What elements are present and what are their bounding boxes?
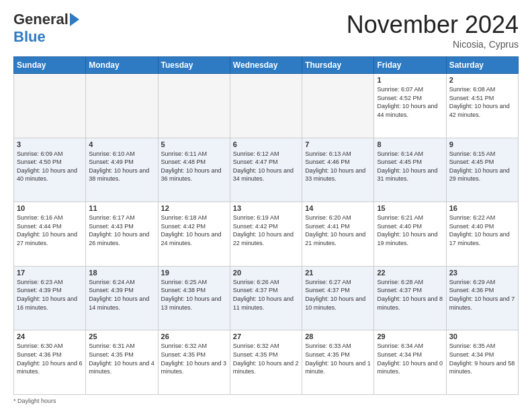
day-number: 10 <box>17 204 83 212</box>
calendar-cell: 21Sunrise: 6:27 AMSunset: 4:37 PMDayligh… <box>302 266 374 330</box>
week-row-2: 3Sunrise: 6:09 AMSunset: 4:50 PMDaylight… <box>14 138 519 202</box>
day-info: Sunrise: 6:20 AMSunset: 4:41 PMDaylight:… <box>305 214 371 247</box>
day-info: Sunrise: 6:14 AMSunset: 4:45 PMDaylight:… <box>377 150 443 183</box>
col-header-sunday: Sunday <box>14 57 86 74</box>
week-row-5: 24Sunrise: 6:30 AMSunset: 4:36 PMDayligh… <box>14 330 519 395</box>
calendar-cell <box>14 74 86 138</box>
day-info: Sunrise: 6:13 AMSunset: 4:46 PMDaylight:… <box>305 150 371 183</box>
day-info: Sunrise: 6:08 AMSunset: 4:51 PMDaylight:… <box>449 85 515 119</box>
logo: General Blue <box>13 11 79 46</box>
calendar-cell: 18Sunrise: 6:24 AMSunset: 4:39 PMDayligh… <box>86 266 158 330</box>
calendar-cell: 27Sunrise: 6:32 AMSunset: 4:35 PMDayligh… <box>230 330 302 395</box>
col-header-tuesday: Tuesday <box>158 57 230 74</box>
day-number: 12 <box>161 204 227 212</box>
calendar-cell: 2Sunrise: 6:08 AMSunset: 4:51 PMDaylight… <box>446 74 518 138</box>
page: General Blue November 2024 Nicosia, Cypr… <box>0 0 532 411</box>
day-headers-row: SundayMondayTuesdayWednesdayThursdayFrid… <box>14 57 519 74</box>
day-number: 24 <box>17 332 83 340</box>
day-info: Sunrise: 6:24 AMSunset: 4:39 PMDaylight:… <box>89 278 154 312</box>
daylight-label: Daylight hours <box>17 398 56 404</box>
col-header-friday: Friday <box>374 57 446 74</box>
day-number: 2 <box>449 76 515 84</box>
day-number: 16 <box>449 204 515 212</box>
day-info: Sunrise: 6:31 AMSunset: 4:35 PMDaylight:… <box>89 342 154 375</box>
day-info: Sunrise: 6:26 AMSunset: 4:37 PMDaylight:… <box>233 278 299 312</box>
day-info: Sunrise: 6:07 AMSunset: 4:52 PMDaylight:… <box>377 85 443 119</box>
day-number: 21 <box>305 269 371 277</box>
day-number: 5 <box>161 140 227 148</box>
calendar-cell: 6Sunrise: 6:12 AMSunset: 4:47 PMDaylight… <box>230 138 302 202</box>
calendar-cell: 25Sunrise: 6:31 AMSunset: 4:35 PMDayligh… <box>86 330 158 395</box>
calendar-cell: 7Sunrise: 6:13 AMSunset: 4:46 PMDaylight… <box>302 138 374 202</box>
calendar-cell: 24Sunrise: 6:30 AMSunset: 4:36 PMDayligh… <box>14 330 86 395</box>
week-row-3: 10Sunrise: 6:16 AMSunset: 4:44 PMDayligh… <box>14 202 519 267</box>
day-info: Sunrise: 6:12 AMSunset: 4:47 PMDaylight:… <box>233 150 299 183</box>
col-header-saturday: Saturday <box>446 57 518 74</box>
day-info: Sunrise: 6:17 AMSunset: 4:43 PMDaylight:… <box>89 214 154 247</box>
day-info: Sunrise: 6:21 AMSunset: 4:40 PMDaylight:… <box>377 214 443 247</box>
logo-arrow-icon <box>70 13 79 26</box>
calendar-cell: 11Sunrise: 6:17 AMSunset: 4:43 PMDayligh… <box>86 202 158 267</box>
logo-blue: Blue <box>13 28 46 45</box>
footer-note: * Daylight hours <box>13 398 519 404</box>
day-info: Sunrise: 6:11 AMSunset: 4:48 PMDaylight:… <box>161 150 227 183</box>
calendar-cell: 23Sunrise: 6:29 AMSunset: 4:36 PMDayligh… <box>446 266 518 330</box>
day-info: Sunrise: 6:15 AMSunset: 4:45 PMDaylight:… <box>449 150 515 183</box>
calendar-cell: 4Sunrise: 6:10 AMSunset: 4:49 PMDaylight… <box>86 138 158 202</box>
day-info: Sunrise: 6:16 AMSunset: 4:44 PMDaylight:… <box>17 214 83 247</box>
day-number: 18 <box>89 269 154 277</box>
calendar-cell: 13Sunrise: 6:19 AMSunset: 4:42 PMDayligh… <box>230 202 302 267</box>
calendar-cell: 26Sunrise: 6:32 AMSunset: 4:35 PMDayligh… <box>158 330 230 395</box>
logo-general: General <box>13 11 69 28</box>
day-number: 4 <box>89 140 154 148</box>
day-number: 23 <box>449 269 515 277</box>
day-info: Sunrise: 6:34 AMSunset: 4:34 PMDaylight:… <box>377 342 443 375</box>
day-info: Sunrise: 6:32 AMSunset: 4:35 PMDaylight:… <box>161 342 227 375</box>
week-row-1: 1Sunrise: 6:07 AMSunset: 4:52 PMDaylight… <box>14 74 519 138</box>
day-info: Sunrise: 6:28 AMSunset: 4:37 PMDaylight:… <box>377 278 443 312</box>
calendar-cell: 29Sunrise: 6:34 AMSunset: 4:34 PMDayligh… <box>374 330 446 395</box>
col-header-wednesday: Wednesday <box>230 57 302 74</box>
calendar-cell <box>86 74 158 138</box>
day-info: Sunrise: 6:32 AMSunset: 4:35 PMDaylight:… <box>233 342 299 375</box>
calendar-cell: 8Sunrise: 6:14 AMSunset: 4:45 PMDaylight… <box>374 138 446 202</box>
calendar-cell: 15Sunrise: 6:21 AMSunset: 4:40 PMDayligh… <box>374 202 446 267</box>
calendar-cell: 12Sunrise: 6:18 AMSunset: 4:42 PMDayligh… <box>158 202 230 267</box>
day-number: 20 <box>233 269 299 277</box>
day-number: 17 <box>17 269 83 277</box>
month-title: November 2024 <box>347 11 519 39</box>
col-header-thursday: Thursday <box>302 57 374 74</box>
calendar-cell: 16Sunrise: 6:22 AMSunset: 4:40 PMDayligh… <box>446 202 518 267</box>
day-number: 8 <box>377 140 443 148</box>
day-info: Sunrise: 6:09 AMSunset: 4:50 PMDaylight:… <box>17 150 83 183</box>
day-number: 7 <box>305 140 371 148</box>
calendar-table: SundayMondayTuesdayWednesdayThursdayFrid… <box>13 56 519 395</box>
calendar-cell: 14Sunrise: 6:20 AMSunset: 4:41 PMDayligh… <box>302 202 374 267</box>
calendar-cell: 19Sunrise: 6:25 AMSunset: 4:38 PMDayligh… <box>158 266 230 330</box>
day-number: 26 <box>161 332 227 340</box>
calendar-cell: 9Sunrise: 6:15 AMSunset: 4:45 PMDaylight… <box>446 138 518 202</box>
day-number: 22 <box>377 269 443 277</box>
day-number: 9 <box>449 140 515 148</box>
day-number: 30 <box>449 332 515 340</box>
calendar-cell: 22Sunrise: 6:28 AMSunset: 4:37 PMDayligh… <box>374 266 446 330</box>
header: General Blue November 2024 Nicosia, Cypr… <box>13 11 519 50</box>
day-number: 25 <box>89 332 154 340</box>
day-number: 28 <box>305 332 371 340</box>
day-info: Sunrise: 6:35 AMSunset: 4:34 PMDaylight:… <box>449 342 515 375</box>
week-row-4: 17Sunrise: 6:23 AMSunset: 4:39 PMDayligh… <box>14 266 519 330</box>
calendar-cell: 5Sunrise: 6:11 AMSunset: 4:48 PMDaylight… <box>158 138 230 202</box>
day-info: Sunrise: 6:33 AMSunset: 4:35 PMDaylight:… <box>305 342 371 375</box>
calendar-cell: 30Sunrise: 6:35 AMSunset: 4:34 PMDayligh… <box>446 330 518 395</box>
calendar-cell <box>230 74 302 138</box>
day-info: Sunrise: 6:29 AMSunset: 4:36 PMDaylight:… <box>449 278 515 312</box>
calendar-cell <box>158 74 230 138</box>
day-info: Sunrise: 6:19 AMSunset: 4:42 PMDaylight:… <box>233 214 299 247</box>
calendar-cell: 3Sunrise: 6:09 AMSunset: 4:50 PMDaylight… <box>14 138 86 202</box>
day-info: Sunrise: 6:22 AMSunset: 4:40 PMDaylight:… <box>449 214 515 247</box>
day-info: Sunrise: 6:10 AMSunset: 4:49 PMDaylight:… <box>89 150 154 183</box>
calendar-cell: 20Sunrise: 6:26 AMSunset: 4:37 PMDayligh… <box>230 266 302 330</box>
day-info: Sunrise: 6:18 AMSunset: 4:42 PMDaylight:… <box>161 214 227 247</box>
day-info: Sunrise: 6:27 AMSunset: 4:37 PMDaylight:… <box>305 278 371 312</box>
col-header-monday: Monday <box>86 57 158 74</box>
